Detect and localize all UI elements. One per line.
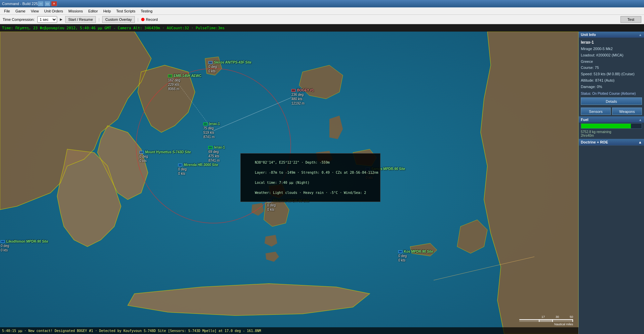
- close-button[interactable]: ✕: [51, 1, 57, 6]
- menu-game[interactable]: Game: [13, 8, 28, 14]
- unit-icon-ierax2: [208, 146, 212, 149]
- weapons-button[interactable]: Weapons: [612, 108, 642, 115]
- map-area[interactable]: Skiros AN/TPS-43F Site 0 deg0 kts EMB-14…: [0, 32, 578, 334]
- unit-label-ierax2[interactable]: Ierax-1 69 deg475 kts8741 m: [208, 145, 225, 163]
- fuel-title: Fuel: [581, 118, 589, 122]
- time-compression-select[interactable]: 1 sec 5 sec 15 sec 30 sec 1 min: [37, 16, 57, 23]
- scale-label-50: 50: [570, 315, 573, 319]
- unit-info-section: Unit Info ▲ Ierax-1 Mirage 2000-5 Mk2 Lo…: [579, 32, 644, 117]
- menu-unit-orders[interactable]: Unit Orders: [41, 8, 66, 14]
- unit-icon-skiros: [208, 61, 212, 64]
- unit-loadout: Loadout: #200002 (MICA): [581, 52, 642, 58]
- unit-icon-hymettus: [139, 151, 144, 154]
- unit-altitude: Altitude: 8741 (Auto): [581, 77, 642, 84]
- unit-icon-likodhimon: [1, 240, 5, 243]
- record-dot: [141, 18, 145, 21]
- separator2: |: [137, 17, 138, 22]
- unit-info-title: Unit Info: [581, 33, 596, 37]
- fuel-arrow: ▲: [639, 118, 642, 122]
- scale-label-17: 17: [541, 315, 545, 319]
- window-title: Command - Build 225: [2, 2, 38, 6]
- restore-button[interactable]: ▭: [44, 1, 50, 6]
- fuel-remaining: 5752.8 kg remaining 2hrs40m: [579, 129, 644, 139]
- fuel-section: Fuel ▲ 5752.8 kg remaining 2hrs40m: [579, 117, 644, 139]
- unit-label-hymettus[interactable]: Mount Hymettus S-743D Site 0 deg0 kts: [139, 150, 191, 163]
- unit-info-content: Ierax-1 Mirage 2000-5 Mk2 Loadout: #2000…: [579, 38, 644, 91]
- event-log-text: 5:40:15 μμ · New contact! Designated BOG…: [2, 329, 261, 333]
- sensors-button[interactable]: Sensors: [581, 108, 611, 115]
- scale-label-30: 30: [556, 315, 559, 319]
- scale-unit: Nautical miles: [554, 323, 573, 326]
- unit-label-skiros[interactable]: Skiros AN/TPS-43F Site 0 deg0 kts: [208, 60, 251, 73]
- unit-icon-kos: [398, 250, 402, 253]
- unit-info-arrow: ▲: [639, 33, 642, 37]
- play-icon: ▶: [60, 17, 63, 21]
- unit-label-likodhimon[interactable]: Likodhimon MPDR-90 Site 0 deg0 kts: [1, 239, 48, 252]
- tooltip-line2: Layer: -87m to -149m · Strength: 0.49 · …: [255, 171, 378, 174]
- menu-file[interactable]: File: [1, 8, 13, 14]
- unit-course: Course: 75: [581, 65, 642, 71]
- scale-bar: 17 30 50 Nautical miles: [519, 315, 573, 326]
- unit-icon-bogey: [291, 89, 295, 92]
- unit-info-header: Unit Info ▲: [579, 32, 644, 38]
- minimize-button[interactable]: ─: [38, 1, 44, 6]
- unit-icon-mirenda: [178, 164, 182, 166]
- unit-speed: Speed: 519 kts (M 0.88) (Cruise): [581, 71, 642, 77]
- doctrine-arrow: ▲: [638, 140, 642, 144]
- details-button[interactable]: Details: [581, 97, 642, 105]
- title-bar: Command - Build 225 ─ ▭ ✕: [0, 0, 644, 7]
- unit-type: Mirage 2000-5 Mk2: [581, 46, 642, 52]
- menu-view[interactable]: View: [28, 8, 42, 14]
- doctrine-header[interactable]: Doctrine + ROE ▲: [579, 139, 644, 145]
- time-compression-label: Time Compression:: [3, 17, 35, 22]
- fuel-time: 2hrs40m: [581, 134, 642, 137]
- menu-bar: File Game View Unit Orders Missions Edit…: [0, 7, 644, 15]
- main-content: Skiros AN/TPS-43F Site 0 deg0 kts EMB-14…: [0, 32, 644, 334]
- map-tooltip: N38°02'14", E25°12'22" · Depth: -559m La…: [240, 153, 380, 202]
- event-log: 5:40:15 μμ · New contact! Designated BOG…: [0, 327, 578, 334]
- fuel-remaining-text: 5752.8 kg remaining: [581, 130, 642, 134]
- unit-name: Ierax-1: [581, 39, 642, 46]
- unit-country: Greece: [581, 58, 642, 65]
- right-panel: Unit Info ▲ Ierax-1 Mirage 2000-5 Mk2 Lo…: [578, 32, 644, 334]
- fuel-bar-fill: [581, 124, 631, 128]
- menu-help[interactable]: Help: [100, 8, 114, 14]
- tooltip-line3: Local time: 7:40 μμ (Night): [255, 181, 310, 184]
- menu-test-scripts[interactable]: Test Scripts: [114, 8, 138, 14]
- unit-status: Status: On Plotted Course (Airborne): [581, 92, 642, 95]
- unit-label-ierax1[interactable]: Ierax-1 75 deg519 kts8741 m: [203, 122, 220, 139]
- status-bar: Time: Πέμπτη, 23 Φεβρουαρίου 2012, 5:40:…: [0, 24, 644, 32]
- tooltip-line1: N38°02'14", E25°12'22" · Depth: -559m: [255, 161, 330, 164]
- fuel-bar-background: [581, 123, 642, 129]
- unit-icon-emb: [168, 75, 172, 77]
- menu-missions[interactable]: Missions: [66, 8, 86, 14]
- unit-label-kos[interactable]: Kos MPDR-90 Site 0 deg0 kts: [398, 249, 433, 262]
- title-bar-controls: ─ ▭ ✕: [38, 1, 57, 6]
- doctrine-title: Doctrine + ROE: [581, 140, 608, 144]
- test-button[interactable]: Test: [620, 16, 641, 23]
- status-text: Time: Πέμπτη, 23 Φεβρουαρίου 2012, 5:40:…: [2, 26, 225, 30]
- fuel-header: Fuel ▲: [579, 117, 644, 123]
- separator: |: [98, 17, 99, 22]
- record-indicator: Record: [141, 17, 158, 22]
- toolbar: Time Compression: 1 sec 5 sec 15 sec 30 …: [0, 15, 644, 24]
- record-label: Record: [146, 17, 158, 22]
- unit-action-buttons: Details: [579, 96, 644, 106]
- unit-icon-ierax1: [203, 123, 207, 125]
- unit-damage: Damage: 0%: [581, 84, 642, 90]
- start-resume-button[interactable]: Start / Resume: [65, 16, 96, 23]
- unit-label-mirenda[interactable]: Mirenda HR-3000 Site 0 deg0 kts: [178, 163, 218, 176]
- custom-overlay-button[interactable]: Custom Overlay: [102, 16, 135, 23]
- doctrine-section: Doctrine + ROE ▲: [579, 139, 644, 145]
- unit-label-emb[interactable]: EMB-145H AEWC 162 deg229 kts8066 m: [168, 74, 201, 91]
- sensor-weapon-buttons: Sensors Weapons: [579, 106, 644, 116]
- tooltip-line4: Weather: Light clouds · Heavy rain · -5°…: [255, 191, 366, 195]
- menu-testing[interactable]: Testing: [138, 8, 155, 14]
- unit-label-bogey[interactable]: BOGEY #1 236 deg480 kts12192 m: [291, 88, 314, 106]
- menu-editor[interactable]: Editor: [85, 8, 100, 14]
